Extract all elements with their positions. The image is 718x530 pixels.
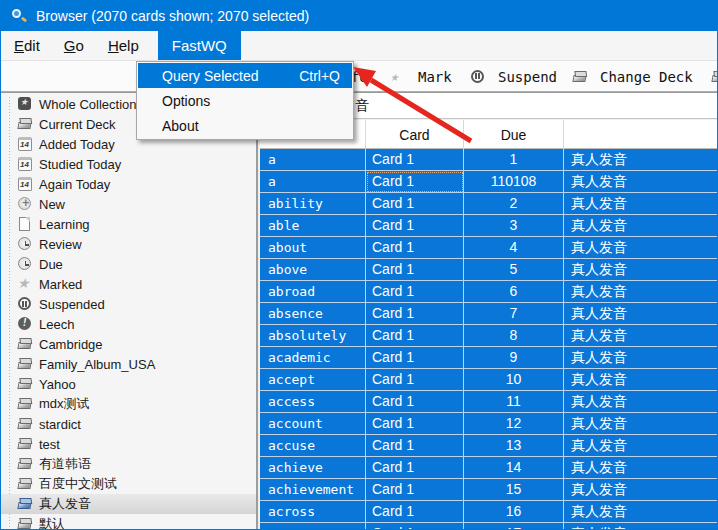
cell-sort_field[interactable]: across — [260, 501, 366, 523]
toolbar-button-suspend[interactable]: Suspend — [470, 61, 557, 92]
cell-card[interactable]: Card 1 — [366, 523, 464, 530]
table-row[interactable]: achievementCard 115真人发音 — [260, 479, 718, 501]
cell-sort_field[interactable]: a — [260, 171, 366, 193]
table-row[interactable]: accuseCard 113真人发音 — [260, 435, 718, 457]
sidebar-item-item[interactable]: 真人发音 — [1, 494, 258, 514]
cell-due[interactable]: 1 — [464, 149, 564, 171]
sidebar-item-stardict[interactable]: stardict — [1, 414, 258, 434]
cell-card[interactable]: Card 1 — [366, 193, 464, 215]
table-row[interactable]: abilityCard 12真人发音 — [260, 193, 718, 215]
cell-deck[interactable]: 真人发音 — [564, 501, 718, 523]
cell-sort_field[interactable]: absence — [260, 303, 366, 325]
table-row[interactable]: aboveCard 15真人发音 — [260, 259, 718, 281]
cell-card[interactable]: Card 1 — [366, 457, 464, 479]
cell-deck[interactable]: 真人发音 — [564, 171, 718, 193]
table-row[interactable]: accessCard 111真人发音 — [260, 391, 718, 413]
cell-deck[interactable]: 真人发音 — [564, 391, 718, 413]
column-header-deck[interactable] — [564, 120, 718, 149]
cell-deck[interactable]: 真人发音 — [564, 457, 718, 479]
toolbar-button-partial[interactable] — [711, 61, 718, 92]
table-row[interactable]: absenceCard 17真人发音 — [260, 303, 718, 325]
cell-sort_field[interactable]: academic — [260, 347, 366, 369]
sidebar-item-studied-today[interactable]: Studied Today — [1, 154, 258, 174]
cell-due[interactable]: 4 — [464, 237, 564, 259]
cell-sort_field[interactable]: ability — [260, 193, 366, 215]
cell-due[interactable]: 13 — [464, 435, 564, 457]
column-header-due[interactable]: Due — [464, 120, 564, 149]
sidebar-item-cambridge[interactable]: Cambridge — [1, 334, 258, 354]
table-row[interactable]: academicCard 19真人发音 — [260, 347, 718, 369]
cell-card[interactable]: Card 1 — [366, 435, 464, 457]
cell-sort_field[interactable]: accept — [260, 369, 366, 391]
sidebar-item-item[interactable]: 有道韩语 — [1, 454, 258, 474]
cell-deck[interactable]: 真人发音 — [564, 215, 718, 237]
cell-sort_field[interactable]: account — [260, 413, 366, 435]
cell-due[interactable]: 9 — [464, 347, 564, 369]
sidebar-item-mdx[interactable]: mdx测试 — [1, 394, 258, 414]
sidebar-item-learning[interactable]: Learning — [1, 214, 258, 234]
cell-sort_field[interactable]: accuse — [260, 435, 366, 457]
column-header-card[interactable]: Card — [366, 120, 464, 149]
table-row[interactable]: achieveCard 114真人发音 — [260, 457, 718, 479]
table-row[interactable]: acceptCard 110真人发音 — [260, 369, 718, 391]
cell-deck[interactable]: 真人发音 — [564, 369, 718, 391]
table-row[interactable]: actCard 117真人发音 — [260, 523, 718, 530]
table-row[interactable]: absolutelyCard 18真人发音 — [260, 325, 718, 347]
cell-due[interactable]: 12 — [464, 413, 564, 435]
cell-card[interactable]: Card 1 — [366, 369, 464, 391]
menubar-item-edit[interactable]: Edit — [3, 31, 51, 60]
cell-due[interactable]: 6 — [464, 281, 564, 303]
cell-deck[interactable]: 真人发音 — [564, 347, 718, 369]
sidebar-item-family-album-usa[interactable]: Family_Album_USA — [1, 354, 258, 374]
menu-item-about[interactable]: About — [138, 113, 352, 138]
table-row[interactable]: abroadCard 16真人发音 — [260, 281, 718, 303]
cell-sort_field[interactable]: about — [260, 237, 366, 259]
cell-due[interactable]: 3 — [464, 215, 564, 237]
cell-sort_field[interactable]: able — [260, 215, 366, 237]
menubar-item-go[interactable]: Go — [53, 31, 95, 60]
table-row[interactable]: aCard 11真人发音 — [260, 149, 718, 171]
cell-card[interactable]: Card 1 — [366, 259, 464, 281]
cell-sort_field[interactable]: achievement — [260, 479, 366, 501]
cell-card[interactable]: Card 1 — [366, 215, 464, 237]
cell-due[interactable]: 5 — [464, 259, 564, 281]
sidebar-item-item[interactable]: 百度中文测试 — [1, 474, 258, 494]
sidebar-item-suspended[interactable]: Suspended — [1, 294, 258, 314]
sidebar-item-due[interactable]: Due — [1, 254, 258, 274]
sidebar-item-test[interactable]: test — [1, 434, 258, 454]
cell-deck[interactable]: 真人发音 — [564, 479, 718, 501]
sidebar-item-marked[interactable]: Marked — [1, 274, 258, 294]
cell-card[interactable]: Card 1 — [366, 281, 464, 303]
cell-due[interactable]: 110108 — [464, 171, 564, 193]
cell-card[interactable]: Card 1 — [366, 171, 464, 193]
sidebar-item-leech[interactable]: Leech — [1, 314, 258, 334]
menu-item-query-selected[interactable]: Query SelectedCtrl+Q — [138, 63, 352, 88]
menubar-item-help[interactable]: Help — [97, 31, 150, 60]
cell-sort_field[interactable]: absolutely — [260, 325, 366, 347]
sidebar-item-new[interactable]: New — [1, 194, 258, 214]
cell-sort_field[interactable]: achieve — [260, 457, 366, 479]
sidebar-item-item[interactable]: 默认 — [1, 514, 258, 530]
cell-due[interactable]: 15 — [464, 479, 564, 501]
sidebar-item-yahoo[interactable]: Yahoo — [1, 374, 258, 394]
cell-card[interactable]: Card 1 — [366, 391, 464, 413]
cell-deck[interactable]: 真人发音 — [564, 149, 718, 171]
cell-deck[interactable]: 真人发音 — [564, 435, 718, 457]
cell-due[interactable]: 17 — [464, 523, 564, 530]
cell-sort_field[interactable]: access — [260, 391, 366, 413]
cell-sort_field[interactable]: above — [260, 259, 366, 281]
cell-sort_field[interactable]: act — [260, 523, 366, 530]
table-row[interactable]: ableCard 13真人发音 — [260, 215, 718, 237]
menubar-item-fastwq[interactable]: FastWQ — [158, 31, 241, 60]
cell-deck[interactable]: 真人发音 — [564, 281, 718, 303]
cell-deck[interactable]: 真人发音 — [564, 303, 718, 325]
cell-card[interactable]: Card 1 — [366, 479, 464, 501]
toolbar-button-mark[interactable]: Mark — [390, 61, 452, 92]
cell-deck[interactable]: 真人发音 — [564, 413, 718, 435]
cell-card[interactable]: Card 1 — [366, 325, 464, 347]
cell-due[interactable]: 8 — [464, 325, 564, 347]
table-row[interactable]: aCard 1110108真人发音 — [260, 171, 718, 193]
cell-card[interactable]: Card 1 — [366, 501, 464, 523]
cell-card[interactable]: Card 1 — [366, 413, 464, 435]
cell-due[interactable]: 11 — [464, 391, 564, 413]
